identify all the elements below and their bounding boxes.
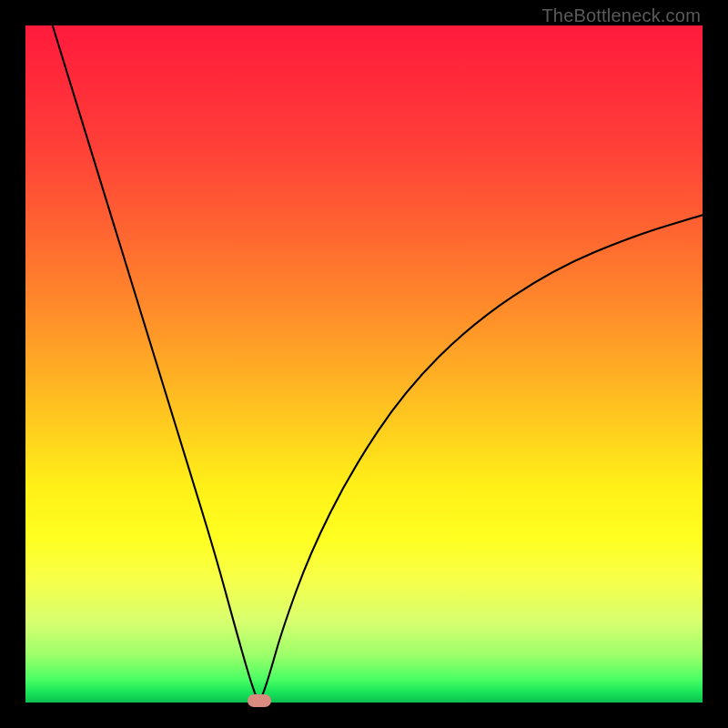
optimal-marker	[248, 694, 271, 707]
plot-area	[25, 25, 703, 703]
watermark-text: TheBottleneck.com	[541, 5, 701, 26]
bottleneck-curve	[25, 25, 703, 703]
chart-frame: TheBottleneck.com	[0, 0, 728, 728]
